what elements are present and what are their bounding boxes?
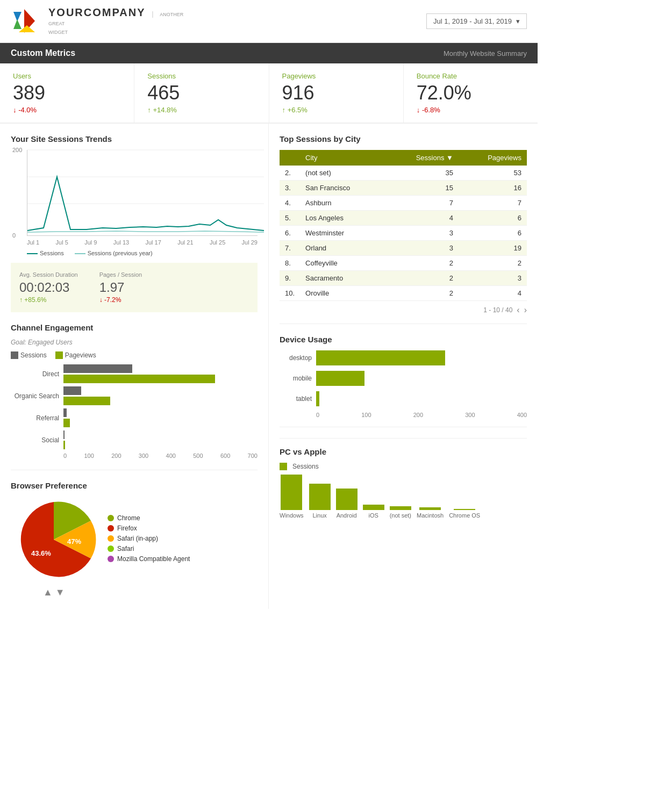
- prev-arrow-icon[interactable]: ▲: [43, 587, 53, 598]
- up-arrow-icon-3: ↑: [19, 296, 23, 304]
- browser-legend-item: Firefox: [108, 525, 190, 532]
- pc-bar-item: Chrome OS: [449, 509, 480, 519]
- pc-bar: [419, 507, 441, 510]
- metric-pageviews-change: ↑ +6.5%: [282, 106, 390, 114]
- next-arrow-icon[interactable]: ▼: [55, 587, 65, 598]
- channel-label: Direct: [11, 370, 59, 378]
- device-title: Device Usage: [280, 335, 527, 344]
- pc-bar-item: Linux: [309, 484, 331, 519]
- pc-bar: [454, 509, 475, 511]
- down-arrow-icon-3: ↓: [99, 296, 103, 304]
- city-cell: Ashburn: [300, 195, 385, 210]
- pc-bar-label: iOS: [368, 512, 378, 519]
- city-table-header-city[interactable]: City: [300, 150, 385, 166]
- device-x-labels: 0 100 200 300 400: [316, 412, 527, 418]
- legend-label: Mozilla Compatible Agent: [117, 555, 190, 563]
- table-row: 4. Ashburn 7 7: [280, 195, 527, 210]
- pageviews-cell: 16: [459, 180, 527, 195]
- pc-title: PC vs Apple: [280, 447, 527, 456]
- rank-cell: 5.: [280, 210, 300, 225]
- channel-bar-group: Referral: [11, 408, 258, 427]
- table-row: 7. Orland 3 19: [280, 240, 527, 255]
- device-bar: [316, 391, 319, 406]
- city-cell: Sacramento: [300, 270, 385, 285]
- divider-line: |: [152, 10, 153, 18]
- avg-duration-value: 00:02:03: [19, 280, 78, 295]
- sessions-trends-title: Your Site Sessions Trends: [11, 134, 258, 143]
- metric-bounce-value: 72.0%: [417, 82, 525, 104]
- next-page-button[interactable]: ›: [524, 305, 527, 315]
- pages-value: 1.97: [99, 280, 142, 295]
- divider-2: [280, 427, 527, 427]
- city-cell: Coffeyville: [300, 255, 385, 270]
- logo-icon: [11, 6, 43, 36]
- table-row: 9. Sacramento 2 3: [280, 270, 527, 285]
- metric-users-label: Users: [13, 72, 121, 80]
- pageviews-cell: 4: [459, 285, 527, 300]
- channel-bar-group: Social: [11, 430, 258, 449]
- city-table-header-sessions[interactable]: Sessions ▼: [385, 150, 459, 166]
- device-label: mobile: [280, 375, 312, 382]
- pages-per-session-stat: Pages / Session 1.97 ↓ -7.2%: [99, 271, 142, 304]
- metric-bounce: Bounce Rate 72.0% ↓ -6.8%: [404, 63, 538, 123]
- browser-preference-section: Browser Preference 47% 43.6%: [11, 470, 258, 598]
- metric-pageviews-value: 916: [282, 82, 390, 104]
- browser-legend-item: Safari (in-app): [108, 535, 190, 542]
- pie-chart: 47% 43.6%: [11, 497, 97, 583]
- device-usage-section: Device Usage desktopmobiletablet 0 100 2…: [280, 335, 527, 418]
- table-row: 2. (not set) 35 53: [280, 166, 527, 181]
- date-range-picker[interactable]: Jul 1, 2019 - Jul 31, 2019 ▾: [426, 13, 527, 29]
- channel-engagement-section: Channel Engagement Goal: Engaged Users S…: [11, 323, 258, 459]
- browser-nav-arrows[interactable]: ▲ ▼: [43, 587, 258, 598]
- chart-legend: Sessions Sessions (previous year): [27, 250, 258, 256]
- sessions-cell: 3: [385, 225, 459, 240]
- pageviews-bar: [63, 419, 70, 427]
- table-row: 8. Coffeyville 2 2: [280, 255, 527, 270]
- rank-cell: 8.: [280, 255, 300, 270]
- logo-area: YOURCOMPANY | ANOTHER GREAT WIDGET: [11, 6, 183, 36]
- pc-bar: [390, 506, 411, 510]
- pageviews-bar: [63, 375, 215, 383]
- down-arrow-icon: ↓: [13, 106, 17, 114]
- sessions-bar: [63, 408, 67, 417]
- city-cell: Los Angeles: [300, 210, 385, 225]
- rank-cell: 7.: [280, 240, 300, 255]
- sessions-cell: 2: [385, 285, 459, 300]
- channel-label: Social: [11, 436, 59, 444]
- city-table-header-pageviews[interactable]: Pageviews: [459, 150, 527, 166]
- avg-duration-label: Avg. Session Duration: [19, 271, 78, 278]
- main-content: Your Site Sessions Trends 200 0 Jul 1: [0, 124, 538, 609]
- browser-legend-item: Safari: [108, 545, 190, 552]
- channel-x-labels: 0 100 200 300 400 500 600 700: [63, 453, 258, 459]
- pageviews-cell: 7: [459, 195, 527, 210]
- city-table-section: Top Sessions by City City Sessions ▼ Pag…: [280, 134, 527, 315]
- pc-bar-item: Windows: [280, 475, 304, 519]
- city-cell: Westminster: [300, 225, 385, 240]
- sessions-cell: 35: [385, 166, 459, 181]
- pageviews-cell: 3: [459, 270, 527, 285]
- pc-bar-label: Windows: [280, 512, 304, 519]
- dropdown-arrow-icon: ▾: [516, 17, 520, 25]
- channel-label: Organic Search: [11, 392, 59, 400]
- pageviews-bar: [63, 441, 65, 449]
- avg-duration-change: ↑ +85.6%: [19, 296, 78, 304]
- rank-cell: 6.: [280, 225, 300, 240]
- pagination: 1 - 10 / 40 ‹ ›: [280, 305, 527, 315]
- pc-bar-label: Android: [337, 512, 357, 519]
- legend-label: Chrome: [117, 514, 140, 522]
- browser-legend-item: Chrome: [108, 514, 190, 522]
- metrics-row: Users 389 ↓ -4.0% Sessions 465 ↑ +14.8% …: [0, 63, 538, 124]
- sessions-bar: [63, 430, 65, 439]
- prev-page-button[interactable]: ‹: [517, 305, 519, 315]
- pageviews-cell: 6: [459, 225, 527, 240]
- right-column: Top Sessions by City City Sessions ▼ Pag…: [269, 124, 538, 609]
- channel-bar-group: Organic Search: [11, 386, 258, 405]
- city-cell: San Francisco: [300, 180, 385, 195]
- channel-bars: [63, 386, 258, 405]
- metric-pageviews: Pageviews 916 ↑ +6.5%: [269, 63, 404, 123]
- pc-bar: [309, 484, 331, 510]
- pc-bar-label: Chrome OS: [449, 512, 480, 519]
- legend-color: [108, 545, 114, 552]
- metric-users: Users 389 ↓ -4.0%: [0, 63, 134, 123]
- nav-title: Custom Metrics: [11, 48, 75, 58]
